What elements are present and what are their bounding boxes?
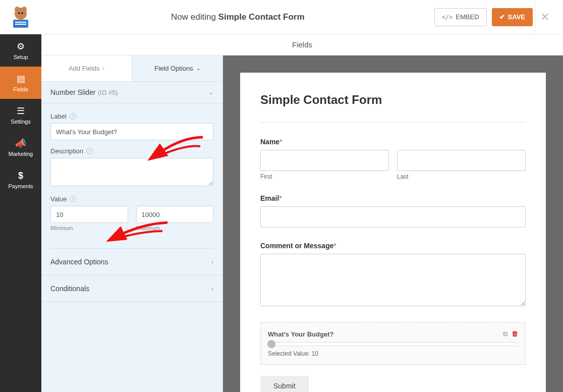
last-sublabel: Last xyxy=(397,173,526,180)
max-value-input[interactable] xyxy=(136,206,214,223)
field-header-row[interactable]: Number Slider (ID #5) ⌄ xyxy=(41,82,222,103)
form-canvas: Simple Contact Form Name* First Last xyxy=(223,55,563,392)
editing-prefix: Now editing xyxy=(171,12,218,22)
required-mark: * xyxy=(279,194,282,202)
panel-tabs: Add Fields › Field Options ⌄ xyxy=(41,55,222,82)
tab-label: Add Fields xyxy=(69,65,99,72)
close-button[interactable]: ✕ xyxy=(535,0,554,34)
email-input[interactable] xyxy=(260,206,526,228)
slider-track[interactable] xyxy=(268,342,518,346)
save-button[interactable]: ✔ SAVE xyxy=(492,8,533,26)
fields-header: Fields xyxy=(41,34,563,55)
value-heading: Value ? xyxy=(50,195,213,203)
conditionals-row[interactable]: Conditionals › xyxy=(41,275,222,302)
field-id: (ID #5) xyxy=(98,89,118,96)
form-preview: Simple Contact Form Name* First Last xyxy=(240,73,546,392)
megaphone-icon: 📣 xyxy=(15,138,26,149)
gear-icon: ⚙ xyxy=(17,41,25,52)
comment-label: Comment or Message* xyxy=(260,242,526,250)
sidebar-item-settings[interactable]: ☰ Settings xyxy=(0,99,41,131)
label-input[interactable] xyxy=(50,123,213,140)
sidebar: ⚙ Setup ▤ Fields ☰ Settings 📣 Marketing … xyxy=(0,34,41,392)
sidebar-item-label: Settings xyxy=(11,119,31,125)
svg-point-4 xyxy=(21,12,23,14)
min-sublabel: Minimum xyxy=(50,225,128,231)
min-value-input[interactable] xyxy=(50,206,128,223)
sidebar-item-label: Marketing xyxy=(9,151,33,157)
tab-label: Field Options xyxy=(154,65,193,72)
sidebar-item-label: Fields xyxy=(13,86,28,92)
svg-rect-7 xyxy=(15,24,26,25)
help-icon[interactable]: ? xyxy=(86,148,93,154)
slider-field-label: What's Your Budget? xyxy=(268,330,333,338)
svg-point-2 xyxy=(22,7,27,13)
slider-field-block[interactable]: What's Your Budget? ⧉ 🗑 Selected Value: … xyxy=(260,322,526,365)
advanced-options-label: Advanced Options xyxy=(50,258,108,266)
first-name-input[interactable] xyxy=(260,150,389,171)
email-field-group: Email* xyxy=(260,194,526,228)
sidebar-item-label: Payments xyxy=(9,183,33,189)
chevron-right-icon: › xyxy=(211,259,213,265)
save-label: SAVE xyxy=(508,13,525,21)
sidebar-item-setup[interactable]: ⚙ Setup xyxy=(0,34,41,67)
chevron-down-icon: ⌄ xyxy=(196,66,200,71)
editing-title: Now editing Simple Contact Form xyxy=(41,12,434,22)
comment-field-group: Comment or Message* xyxy=(260,242,526,308)
form-name: Simple Contact Form xyxy=(218,12,305,22)
svg-point-1 xyxy=(15,7,20,13)
chevron-right-icon: › xyxy=(103,66,104,71)
conditionals-label: Conditionals xyxy=(50,285,89,293)
last-name-input[interactable] xyxy=(397,150,526,171)
field-type-label: Number Slider xyxy=(50,88,95,96)
svg-rect-6 xyxy=(15,22,26,23)
slider-thumb[interactable] xyxy=(267,340,275,348)
sidebar-item-label: Setup xyxy=(14,54,28,60)
comment-textarea[interactable] xyxy=(260,254,526,306)
description-input[interactable] xyxy=(50,158,213,186)
duplicate-icon[interactable]: ⧉ xyxy=(503,330,508,338)
submit-button[interactable]: Submit xyxy=(260,376,309,392)
app-logo xyxy=(0,0,41,34)
embed-label: EMBED xyxy=(456,13,479,21)
sidebar-item-payments[interactable]: $ Payments xyxy=(0,163,41,196)
sidebar-item-marketing[interactable]: 📣 Marketing xyxy=(0,131,41,163)
name-field-group: Name* First Last xyxy=(260,138,526,180)
help-icon[interactable]: ? xyxy=(70,196,76,202)
close-icon: ✕ xyxy=(540,11,549,24)
sliders-icon: ☰ xyxy=(17,105,25,117)
dollar-icon: $ xyxy=(18,171,23,181)
chevron-down-icon: ⌄ xyxy=(209,89,213,96)
tab-add-fields[interactable]: Add Fields › xyxy=(41,55,132,81)
required-mark: * xyxy=(279,138,282,146)
name-label: Name* xyxy=(260,138,526,146)
delete-icon[interactable]: 🗑 xyxy=(512,330,518,338)
top-actions: </> EMBED ✔ SAVE xyxy=(434,8,533,26)
form-title: Simple Contact Form xyxy=(260,93,526,107)
label-heading: Label ? xyxy=(50,113,213,120)
top-bar: Now editing Simple Contact Form </> EMBE… xyxy=(0,0,563,34)
chevron-right-icon: › xyxy=(211,286,213,292)
options-panel: Add Fields › Field Options ⌄ Number Slid… xyxy=(41,55,223,392)
check-icon: ✔ xyxy=(499,13,505,21)
divider xyxy=(260,122,526,123)
required-mark: * xyxy=(333,242,336,250)
selected-value-text: Selected Value: 10 xyxy=(268,350,518,357)
advanced-options-row[interactable]: Advanced Options › xyxy=(41,249,222,275)
description-heading: Description ? xyxy=(50,147,213,155)
help-icon[interactable]: ? xyxy=(70,113,76,120)
tab-field-options[interactable]: Field Options ⌄ xyxy=(132,55,222,81)
svg-point-3 xyxy=(18,12,20,14)
email-label: Email* xyxy=(260,194,526,202)
embed-icon: </> xyxy=(442,14,453,21)
fields-icon: ▤ xyxy=(17,73,25,84)
first-sublabel: First xyxy=(260,173,389,180)
embed-button[interactable]: </> EMBED xyxy=(434,8,487,26)
max-sublabel: Maximum xyxy=(136,225,214,231)
sidebar-item-fields[interactable]: ▤ Fields xyxy=(0,67,41,99)
